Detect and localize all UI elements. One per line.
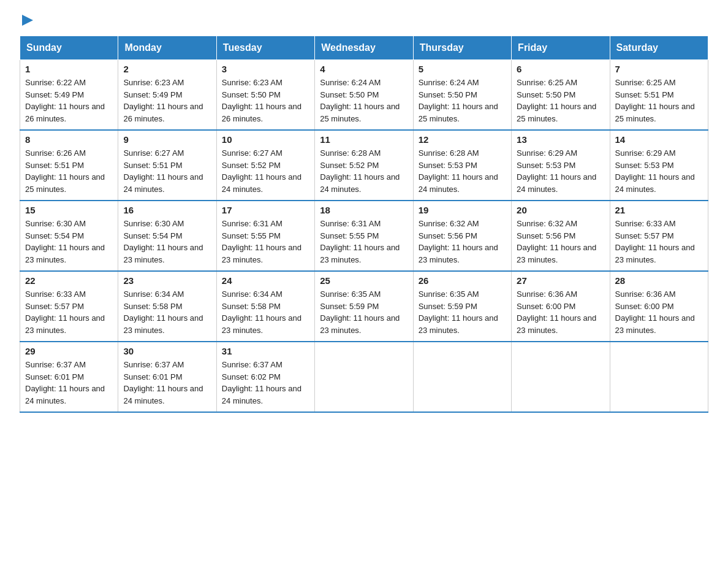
day-info: Sunrise: 6:22 AM Sunset: 5:49 PM Dayligh… [25,77,113,124]
calendar-day-cell: 12 Sunrise: 6:28 AM Sunset: 5:53 PM Dayl… [413,130,511,201]
calendar-day-cell: 10 Sunrise: 6:27 AM Sunset: 5:52 PM Dayl… [216,130,314,201]
calendar-day-cell: 22 Sunrise: 6:33 AM Sunset: 5:57 PM Dayl… [20,271,118,342]
calendar-day-cell: 13 Sunrise: 6:29 AM Sunset: 5:53 PM Dayl… [512,130,610,201]
logo-triangle-icon [22,15,33,26]
sunrise-label: Sunrise: 6:32 AM [517,219,577,228]
sunset-label: Sunset: 5:50 PM [517,90,575,99]
calendar-day-cell: 27 Sunrise: 6:36 AM Sunset: 6:00 PM Dayl… [512,271,610,342]
daylight-label: Daylight: 11 hours and 23 minutes. [517,313,596,335]
calendar-day-cell: 31 Sunrise: 6:37 AM Sunset: 6:02 PM Dayl… [216,342,314,412]
page-header [20,15,708,26]
sunrise-label: Sunrise: 6:27 AM [123,148,184,158]
sunrise-label: Sunrise: 6:37 AM [25,360,86,369]
sunset-label: Sunset: 6:01 PM [25,372,84,381]
sunrise-label: Sunrise: 6:32 AM [419,219,479,228]
day-info: Sunrise: 6:28 AM Sunset: 5:52 PM Dayligh… [320,147,408,195]
sunrise-label: Sunrise: 6:26 AM [25,148,86,158]
calendar-day-cell: 7 Sunrise: 6:25 AM Sunset: 5:51 PM Dayli… [610,60,708,131]
calendar-day-cell: 28 Sunrise: 6:36 AM Sunset: 6:00 PM Dayl… [610,271,708,342]
calendar-body: 1 Sunrise: 6:22 AM Sunset: 5:49 PM Dayli… [20,60,708,413]
calendar-header: SundayMondayTuesdayWednesdayThursdayFrid… [20,36,708,60]
day-info: Sunrise: 6:30 AM Sunset: 5:54 PM Dayligh… [25,218,113,266]
sunset-label: Sunset: 5:57 PM [615,231,674,240]
calendar-day-cell: 19 Sunrise: 6:32 AM Sunset: 5:56 PM Dayl… [413,201,511,271]
calendar-week-row: 1 Sunrise: 6:22 AM Sunset: 5:49 PM Dayli… [20,60,708,131]
day-of-week-header: Friday [512,36,610,60]
sunset-label: Sunset: 5:58 PM [222,302,281,311]
svg-marker-0 [22,15,33,26]
calendar-header-row: SundayMondayTuesdayWednesdayThursdayFrid… [20,36,708,60]
sunset-label: Sunset: 6:00 PM [615,302,674,311]
day-info: Sunrise: 6:25 AM Sunset: 5:50 PM Dayligh… [517,77,604,124]
daylight-label: Daylight: 11 hours and 23 minutes. [615,313,695,335]
sunset-label: Sunset: 5:51 PM [615,90,674,99]
calendar-day-cell: 18 Sunrise: 6:31 AM Sunset: 5:55 PM Dayl… [315,201,413,271]
day-number: 29 [25,346,113,356]
sunset-label: Sunset: 5:55 PM [222,231,281,240]
daylight-label: Daylight: 11 hours and 23 minutes. [222,313,301,335]
day-info: Sunrise: 6:28 AM Sunset: 5:53 PM Dayligh… [419,147,506,195]
sunrise-label: Sunrise: 6:37 AM [123,360,184,369]
day-number: 26 [419,275,506,286]
daylight-label: Daylight: 11 hours and 24 minutes. [222,172,301,194]
day-info: Sunrise: 6:33 AM Sunset: 5:57 PM Dayligh… [25,288,113,336]
day-info: Sunrise: 6:23 AM Sunset: 5:50 PM Dayligh… [222,77,309,124]
calendar-day-cell: 15 Sunrise: 6:30 AM Sunset: 5:54 PM Dayl… [20,201,118,271]
day-info: Sunrise: 6:32 AM Sunset: 5:56 PM Dayligh… [419,218,506,266]
sunset-label: Sunset: 5:51 PM [25,161,84,170]
calendar-day-cell: 29 Sunrise: 6:37 AM Sunset: 6:01 PM Dayl… [20,342,118,412]
day-number: 7 [615,64,703,74]
day-number: 9 [123,134,211,145]
day-number: 31 [222,346,309,356]
day-number: 12 [419,134,506,145]
daylight-label: Daylight: 11 hours and 25 minutes. [25,172,105,194]
day-info: Sunrise: 6:36 AM Sunset: 6:00 PM Dayligh… [517,288,604,336]
day-number: 6 [517,64,604,74]
daylight-label: Daylight: 11 hours and 26 minutes. [25,102,105,123]
sunrise-label: Sunrise: 6:29 AM [517,148,577,158]
calendar-day-cell: 14 Sunrise: 6:29 AM Sunset: 5:53 PM Dayl… [610,130,708,201]
day-info: Sunrise: 6:29 AM Sunset: 5:53 PM Dayligh… [517,147,604,195]
calendar-week-row: 15 Sunrise: 6:30 AM Sunset: 5:54 PM Dayl… [20,201,708,271]
daylight-label: Daylight: 11 hours and 23 minutes. [320,313,400,335]
sunset-label: Sunset: 5:59 PM [419,302,477,311]
sunrise-label: Sunrise: 6:36 AM [615,289,676,299]
day-number: 22 [25,275,113,286]
sunrise-label: Sunrise: 6:27 AM [222,148,282,158]
calendar-day-cell: 4 Sunrise: 6:24 AM Sunset: 5:50 PM Dayli… [315,60,413,131]
calendar-day-cell: 17 Sunrise: 6:31 AM Sunset: 5:55 PM Dayl… [216,201,314,271]
daylight-label: Daylight: 11 hours and 23 minutes. [123,243,203,264]
sunset-label: Sunset: 5:53 PM [419,161,477,170]
calendar-week-row: 22 Sunrise: 6:33 AM Sunset: 5:57 PM Dayl… [20,271,708,342]
day-info: Sunrise: 6:27 AM Sunset: 5:51 PM Dayligh… [123,147,211,195]
day-number: 19 [419,205,506,215]
daylight-label: Daylight: 11 hours and 26 minutes. [123,102,203,123]
sunrise-label: Sunrise: 6:29 AM [615,148,676,158]
sunrise-label: Sunrise: 6:37 AM [222,360,282,369]
sunrise-label: Sunrise: 6:30 AM [123,219,184,228]
sunrise-label: Sunrise: 6:24 AM [320,78,381,87]
day-number: 21 [615,205,703,215]
daylight-label: Daylight: 11 hours and 24 minutes. [123,172,203,194]
day-number: 23 [123,275,211,286]
day-info: Sunrise: 6:37 AM Sunset: 6:01 PM Dayligh… [25,359,113,407]
sunrise-label: Sunrise: 6:31 AM [222,219,282,228]
day-number: 17 [222,205,309,215]
sunrise-label: Sunrise: 6:28 AM [320,148,381,158]
calendar-table: SundayMondayTuesdayWednesdayThursdayFrid… [20,36,708,413]
day-of-week-header: Monday [118,36,216,60]
day-number: 30 [123,346,211,356]
sunset-label: Sunset: 5:57 PM [25,302,84,311]
daylight-label: Daylight: 11 hours and 23 minutes. [25,313,105,335]
sunrise-label: Sunrise: 6:36 AM [517,289,577,299]
day-number: 20 [517,205,604,215]
calendar-day-cell: 20 Sunrise: 6:32 AM Sunset: 5:56 PM Dayl… [512,201,610,271]
sunset-label: Sunset: 5:51 PM [123,161,182,170]
day-info: Sunrise: 6:24 AM Sunset: 5:50 PM Dayligh… [419,77,506,124]
sunrise-label: Sunrise: 6:34 AM [222,289,282,299]
daylight-label: Daylight: 11 hours and 23 minutes. [419,313,498,335]
day-number: 28 [615,275,703,286]
day-info: Sunrise: 6:32 AM Sunset: 5:56 PM Dayligh… [517,218,604,266]
daylight-label: Daylight: 11 hours and 23 minutes. [25,243,105,264]
calendar-day-cell: 5 Sunrise: 6:24 AM Sunset: 5:50 PM Dayli… [413,60,511,131]
